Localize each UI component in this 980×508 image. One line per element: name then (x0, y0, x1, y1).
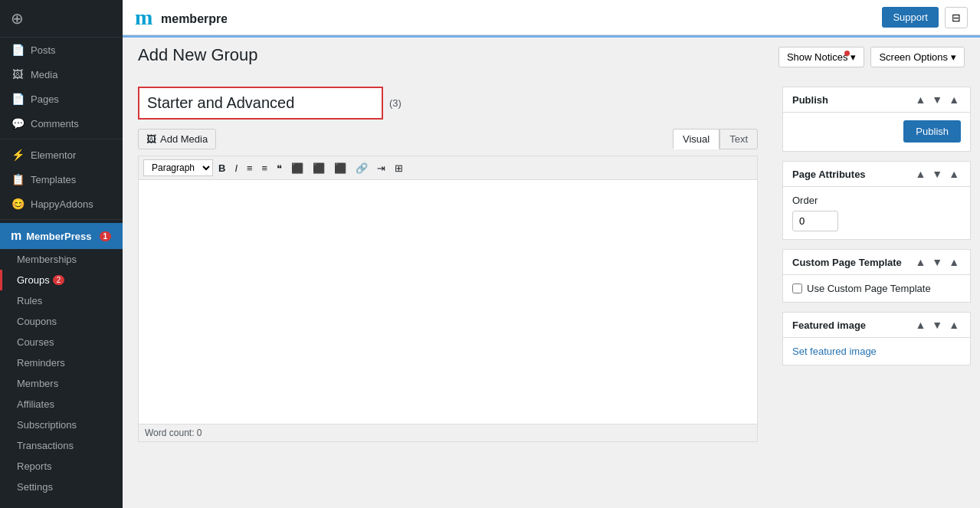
publish-panel-close-btn[interactable]: ▲ (947, 93, 961, 106)
text-tab[interactable]: Text (719, 129, 758, 149)
editor-body[interactable] (138, 179, 758, 424)
sidebar-item-rules[interactable]: Rules (0, 290, 123, 311)
subscriptions-label: Subscriptions (17, 419, 77, 431)
sidebar-logo: ⊕ (0, 0, 123, 38)
unordered-list-button[interactable]: ≡ (243, 160, 257, 176)
publish-panel-header: Publish ▲ ▼ ▲ (783, 87, 970, 113)
custom-template-close-btn[interactable]: ▲ (947, 256, 961, 268)
set-featured-image-link[interactable]: Set featured image (792, 346, 877, 357)
sidebar-item-label: Posts (31, 44, 56, 56)
featured-image-close-btn[interactable]: ▲ (947, 319, 961, 331)
visual-tab[interactable]: Visual (673, 129, 719, 149)
content-area: (3) 🖼 Add Media Visual Text Paragraph B (123, 74, 980, 508)
page-attr-expand-btn[interactable]: ▼ (930, 168, 944, 180)
link-button[interactable]: 🔗 (352, 160, 372, 176)
group-title-input[interactable] (138, 87, 383, 120)
sidebar-item-reminders[interactable]: Reminders (0, 352, 123, 373)
indent-button[interactable]: ⇥ (373, 160, 389, 176)
sidebar-item-members[interactable]: Members (0, 373, 123, 394)
show-notices-button[interactable]: Show Notices ▾ (778, 47, 864, 67)
svg-text:m: m (135, 6, 152, 29)
content-header: Add New Group Show Notices ▾ Screen Opti… (123, 38, 980, 74)
featured-image-collapse-btn[interactable]: ▲ (913, 319, 927, 331)
courses-label: Courses (17, 336, 54, 348)
add-media-icon: 🖼 (146, 133, 156, 145)
table-button[interactable]: ⊞ (391, 160, 407, 176)
featured-image-controls: ▲ ▼ ▲ (913, 319, 961, 331)
sidebar-item-transactions[interactable]: Transactions (0, 435, 123, 456)
add-media-label: Add Media (160, 133, 208, 145)
topbar-icon-button[interactable]: ⊟ (945, 7, 968, 28)
groups-item: Groups 2 (17, 274, 112, 286)
sidebar-memberpress-header[interactable]: m MemberPress 1 (0, 223, 123, 249)
sidebar-item-groups[interactable]: Groups 2 (0, 270, 123, 290)
custom-template-expand-btn[interactable]: ▼ (930, 256, 944, 268)
page-attributes-panel-body: Order (783, 187, 970, 239)
sidebar-item-elementor[interactable]: ⚡ Elementor (0, 143, 123, 167)
align-left-button[interactable]: ⬛ (287, 160, 307, 176)
comments-icon: 💬 (11, 117, 25, 129)
support-button[interactable]: Support (882, 7, 939, 28)
sidebar-item-posts[interactable]: 📄 Posts (0, 38, 123, 62)
sidebar: ⊕ 📄 Posts 🖼 Media 📄 Pages 💬 Comments ⚡ E… (0, 0, 123, 508)
italic-button[interactable]: I (231, 160, 241, 176)
sidebar-item-coupons[interactable]: Coupons (0, 311, 123, 332)
custom-template-checkbox-label[interactable]: Use Custom Page Template (807, 283, 931, 294)
editor-toolbar-top: 🖼 Add Media Visual Text (138, 129, 758, 149)
media-icon: 🖼 (11, 68, 25, 80)
sidebar-item-affiliates[interactable]: Affiliates (0, 394, 123, 415)
sidebar-item-templates[interactable]: 📋 Templates (0, 167, 123, 192)
wp-logo-icon: ⊕ (11, 9, 24, 28)
align-center-button[interactable]: ⬛ (309, 160, 329, 176)
sidebar-item-settings[interactable]: Settings (0, 477, 123, 497)
editor-format-bar: Paragraph B I ≡ ≡ ❝ ⬛ ⬛ ⬛ 🔗 ⇥ ⊞ (138, 156, 758, 179)
featured-image-title: Featured image (792, 320, 866, 331)
memberpress-badge: 1 (100, 231, 112, 241)
sidebar-item-media[interactable]: 🖼 Media (0, 62, 123, 87)
word-count-text: Word count: 0 (145, 428, 202, 438)
page-attr-close-btn[interactable]: ▲ (947, 168, 961, 180)
sidebar-item-memberships[interactable]: Memberships (0, 249, 123, 270)
reports-label: Reports (17, 460, 52, 472)
word-count-bar: Word count: 0 (138, 424, 758, 442)
align-right-button[interactable]: ⬛ (330, 160, 350, 176)
pages-icon: 📄 (11, 93, 25, 105)
order-input[interactable] (792, 211, 838, 231)
featured-image-expand-btn[interactable]: ▼ (930, 319, 944, 331)
main-content: m memberpress Support ⊟ Add New Group Sh… (123, 0, 980, 508)
posts-icon: 📄 (11, 44, 25, 56)
page-attributes-panel: Page Attributes ▲ ▼ ▲ Order (782, 161, 971, 240)
affiliates-label: Affiliates (17, 398, 54, 410)
publish-panel-collapse-btn[interactable]: ▲ (913, 93, 927, 106)
add-media-button[interactable]: 🖼 Add Media (138, 129, 216, 149)
blockquote-button[interactable]: ❝ (273, 160, 286, 176)
publish-panel-title: Publish (792, 94, 828, 106)
sidebar-item-courses[interactable]: Courses (0, 332, 123, 352)
page-attributes-panel-title: Page Attributes (792, 169, 866, 180)
bold-button[interactable]: B (215, 160, 229, 176)
sidebar-item-pages[interactable]: 📄 Pages (0, 87, 123, 111)
transactions-label: Transactions (17, 440, 74, 451)
ordered-list-button[interactable]: ≡ (258, 160, 272, 176)
featured-image-body: Set featured image (783, 338, 970, 365)
coupons-label: Coupons (17, 316, 57, 327)
sidebar-item-reports[interactable]: Reports (0, 456, 123, 477)
sidebar-item-label: Elementor (31, 149, 76, 161)
sidebar-item-comments[interactable]: 💬 Comments (0, 111, 123, 136)
title-input-wrapper: (3) (138, 87, 758, 120)
custom-template-checkbox[interactable] (792, 283, 802, 293)
screen-options-label: Screen Options (879, 51, 948, 63)
sidebar-item-label: Comments (31, 118, 79, 129)
page-attr-collapse-btn[interactable]: ▲ (913, 168, 927, 180)
screen-options-button[interactable]: Screen Options ▾ (870, 47, 965, 67)
sidebar-item-happyaddons[interactable]: 😊 HappyAddons (0, 192, 123, 216)
custom-page-template-title: Custom Page Template (792, 257, 902, 268)
custom-template-checkbox-row: Use Custom Page Template (792, 283, 961, 294)
custom-template-collapse-btn[interactable]: ▲ (913, 256, 927, 268)
publish-button[interactable]: Publish (903, 120, 961, 143)
sidebar-item-subscriptions[interactable]: Subscriptions (0, 415, 123, 435)
groups-label: Groups (17, 274, 50, 286)
paragraph-select[interactable]: Paragraph (143, 159, 213, 176)
publish-panel-expand-btn[interactable]: ▼ (930, 93, 944, 106)
featured-image-panel: Featured image ▲ ▼ ▲ Set featured image (782, 312, 971, 365)
